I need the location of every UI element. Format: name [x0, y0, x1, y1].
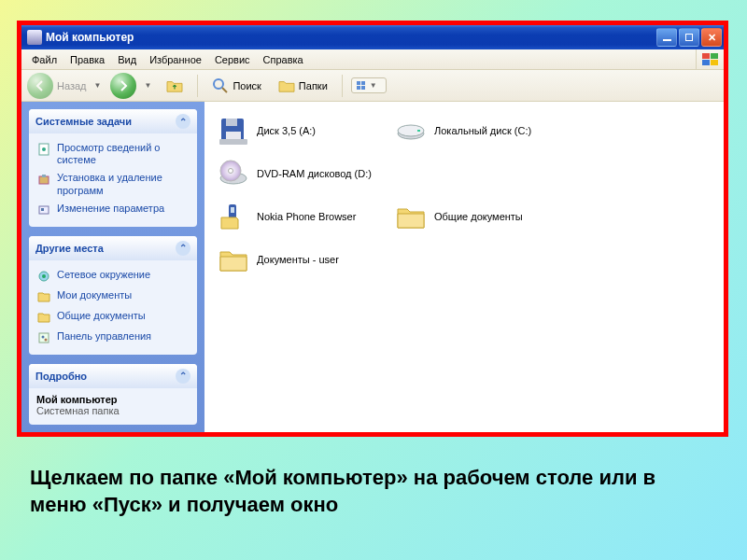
sidebar-item-control-panel[interactable]: Панель управления — [36, 328, 190, 348]
search-icon — [212, 77, 229, 94]
panel-header[interactable]: Подробно ⌃ — [29, 364, 197, 388]
menu-bar: Файл Правка Вид Избранное Сервис Справка — [21, 49, 724, 70]
panel-header[interactable]: Другие места ⌃ — [29, 236, 197, 260]
toolbar: Назад ▼ ▼ Поиск Папки ▼ — [21, 70, 724, 102]
network-icon — [36, 269, 51, 284]
sidebar: Системные задачи ⌃ Просмотр сведений о с… — [21, 102, 204, 432]
window-title: Мой компьютер — [46, 31, 656, 44]
folders-label: Папки — [299, 80, 328, 91]
sidebar-item-add-remove[interactable]: Установка и удаление программ — [36, 169, 190, 199]
view-button[interactable]: ▼ — [351, 77, 387, 93]
panel-details: Подробно ⌃ Мой компьютер Системная папка — [29, 364, 197, 425]
svg-rect-28 — [231, 207, 234, 213]
item-label: Диск 3,5 (A:) — [257, 125, 316, 136]
maximize-button[interactable] — [679, 28, 699, 47]
item-phone[interactable]: Nokia Phone Browser — [214, 195, 391, 238]
sidebar-item-system-info[interactable]: Просмотр сведений о системе — [36, 139, 190, 169]
hdd-icon — [395, 115, 427, 147]
menu-edit[interactable]: Правка — [63, 51, 111, 68]
chevron-up-icon: ⌃ — [176, 241, 190, 256]
svg-rect-3 — [711, 60, 718, 65]
sidebar-item-label: Установка и удаление программ — [57, 172, 190, 196]
phone-icon — [218, 201, 249, 232]
svg-rect-8 — [39, 176, 49, 184]
folder-icon — [36, 289, 51, 304]
svg-rect-1 — [711, 53, 718, 59]
svg-point-13 — [42, 274, 46, 278]
package-icon — [36, 172, 51, 187]
view-dropdown-icon: ▼ — [370, 81, 377, 90]
sidebar-item-network[interactable]: Сетевое окружение — [36, 266, 190, 287]
svg-rect-19 — [226, 132, 241, 140]
item-label: Nokia Phone Browser — [257, 211, 356, 222]
folders-icon — [278, 77, 295, 94]
item-hdd[interactable]: Локальный диск (C:) — [391, 109, 569, 152]
back-dropdown-icon[interactable]: ▼ — [94, 81, 102, 90]
back-button[interactable] — [27, 73, 53, 99]
sidebar-item-shared-docs[interactable]: Общие документы — [36, 307, 190, 328]
svg-rect-11 — [41, 208, 44, 211]
floppy-icon — [218, 115, 249, 147]
forward-dropdown-icon[interactable]: ▼ — [144, 81, 151, 90]
item-label: Общие документы — [434, 211, 523, 222]
details-name: Мой компьютер — [36, 394, 190, 405]
sidebar-item-label: Изменение параметра — [57, 203, 164, 215]
folder-icon — [218, 244, 249, 275]
minimize-button[interactable] — [656, 28, 677, 47]
item-dvd[interactable]: DVD-RAM дисковод (D:) — [214, 152, 391, 195]
settings-icon — [36, 203, 51, 217]
folder-up-icon — [166, 77, 183, 94]
folder-icon — [395, 201, 427, 232]
item-label: Документы - user — [257, 254, 339, 265]
back-label: Назад — [57, 80, 87, 91]
search-label: Поиск — [233, 80, 261, 91]
svg-point-4 — [214, 79, 223, 89]
menu-tools[interactable]: Сервис — [208, 51, 257, 68]
panel-title: Другие места — [35, 243, 104, 254]
item-floppy[interactable]: Диск 3,5 (A:) — [214, 109, 391, 152]
up-button[interactable] — [161, 73, 189, 99]
sidebar-item-label: Общие документы — [57, 310, 146, 322]
svg-point-16 — [45, 338, 48, 341]
cd-icon — [218, 158, 249, 189]
folders-button[interactable]: Папки — [273, 73, 333, 99]
windows-flag-icon — [696, 49, 724, 69]
svg-rect-23 — [417, 130, 420, 132]
item-user-docs[interactable]: Документы - user — [214, 238, 391, 281]
info-icon — [36, 142, 51, 157]
view-grid-icon — [357, 81, 365, 90]
menu-file[interactable]: Файл — [25, 51, 63, 68]
item-shared-docs[interactable]: Общие документы — [391, 195, 569, 238]
forward-button[interactable] — [110, 73, 136, 99]
window-frame: Мой компьютер ✕ Файл Правка Вид Избранно… — [17, 21, 728, 437]
sidebar-item-label: Просмотр сведений о системе — [57, 142, 190, 166]
svg-point-7 — [42, 147, 46, 151]
svg-rect-2 — [702, 60, 710, 65]
menu-help[interactable]: Справка — [257, 51, 310, 68]
control-panel-icon — [36, 330, 51, 345]
svg-rect-18 — [226, 119, 237, 126]
menu-view[interactable]: Вид — [111, 51, 143, 68]
panel-title: Подробно — [35, 371, 87, 382]
panel-header[interactable]: Системные задачи ⌃ — [29, 109, 197, 133]
content-area: Диск 3,5 (A:) Локальный диск (C:) DVD-RA… — [204, 102, 724, 432]
menu-favorites[interactable]: Избранное — [143, 51, 208, 68]
computer-icon — [27, 30, 42, 45]
chevron-up-icon: ⌃ — [176, 369, 190, 384]
close-button[interactable]: ✕ — [701, 28, 722, 47]
search-button[interactable]: Поиск — [206, 73, 266, 99]
sidebar-item-my-docs[interactable]: Мои документы — [36, 287, 190, 307]
sidebar-item-label: Панель управления — [57, 330, 151, 343]
sidebar-item-label: Мои документы — [57, 289, 132, 301]
chevron-up-icon: ⌃ — [176, 114, 190, 129]
folder-icon — [36, 310, 51, 325]
titlebar: Мой компьютер ✕ — [21, 25, 724, 49]
panel-system-tasks: Системные задачи ⌃ Просмотр сведений о с… — [29, 109, 197, 227]
svg-rect-0 — [702, 53, 710, 59]
slide-caption: Щелкаем по папке «Мой компьютер» на рабо… — [30, 465, 712, 518]
sidebar-item-label: Сетевое окружение — [57, 269, 150, 281]
svg-rect-20 — [219, 139, 247, 145]
item-label: DVD-RAM дисковод (D:) — [257, 168, 372, 179]
sidebar-item-change-setting[interactable]: Изменение параметра — [36, 200, 190, 220]
svg-line-5 — [222, 88, 227, 92]
